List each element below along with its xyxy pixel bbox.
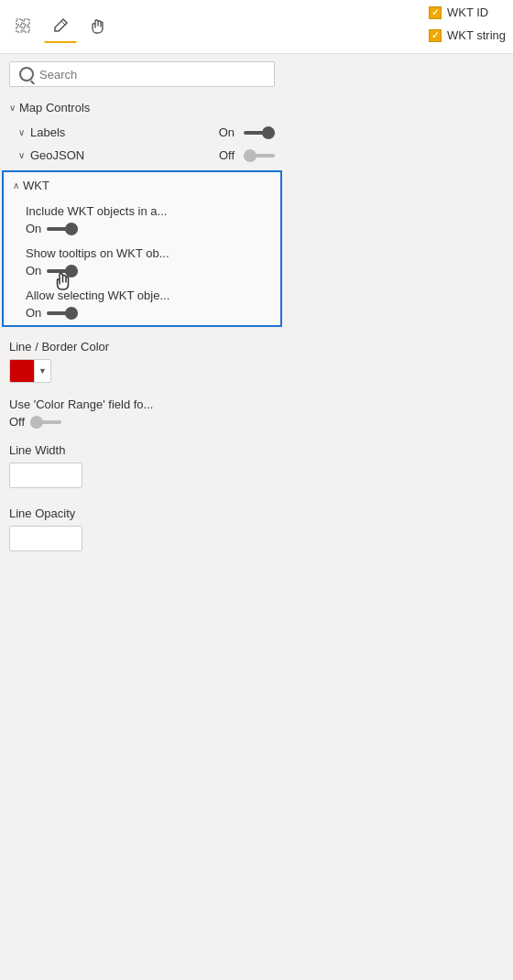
wkt-setting-1-toggle-label: On bbox=[26, 222, 41, 235]
color-range-toggle-track bbox=[30, 420, 61, 424]
geojson-row: ∨ GeoJSON Off bbox=[0, 144, 284, 167]
labels-toggle-label: On bbox=[219, 125, 235, 139]
wkt-string-checkbox-row: WKT string bbox=[429, 28, 506, 42]
brush-icon-button[interactable] bbox=[44, 10, 77, 43]
color-range-toggle[interactable] bbox=[30, 420, 61, 424]
wkt-id-label: WKT ID bbox=[447, 5, 488, 19]
left-panel: ∨ Map Controls ∨ Labels On ∨ GeoJSON Off bbox=[0, 61, 284, 561]
svg-rect-2 bbox=[16, 27, 22, 32]
geojson-section-label: GeoJSON bbox=[30, 148, 213, 162]
line-border-color-section: Line / Border Color ▼ bbox=[0, 331, 284, 392]
labels-toggle[interactable] bbox=[244, 131, 275, 135]
labels-chevron: ∨ bbox=[18, 127, 25, 137]
labels-toggle-track bbox=[244, 131, 275, 135]
line-width-spinner[interactable]: 1 ▲ ▼ bbox=[9, 463, 82, 488]
search-icon bbox=[19, 67, 34, 82]
line-opacity-input[interactable]: 70 bbox=[10, 532, 82, 546]
svg-rect-0 bbox=[16, 19, 22, 25]
line-opacity-section: Line Opacity 70 ▲ ▼ bbox=[0, 497, 284, 561]
wkt-setting-1-knob bbox=[65, 223, 78, 235]
geojson-toggle-knob bbox=[244, 149, 256, 162]
labels-row: ∨ Labels On bbox=[0, 121, 284, 144]
wkt-string-label: WKT string bbox=[447, 28, 506, 42]
wkt-setting-3-label: Allow selecting WKT obje... bbox=[26, 289, 271, 302]
wkt-setting-3-toggle-label: On bbox=[26, 306, 41, 320]
color-range-label: Use 'Color Range' field fo... bbox=[9, 397, 275, 411]
search-box bbox=[9, 61, 275, 87]
wkt-setting-1-track bbox=[47, 227, 78, 231]
map-controls-chevron-down: ∨ bbox=[9, 103, 16, 113]
wkt-setting-2-toggle-row: On bbox=[26, 264, 271, 278]
line-width-section: Line Width 1 ▲ ▼ bbox=[0, 434, 284, 497]
page-container: WKT ID WKT string ∨ Map Controls ∨ Label… bbox=[0, 0, 513, 980]
geojson-toggle-track bbox=[244, 154, 275, 158]
svg-rect-1 bbox=[24, 19, 29, 25]
right-checkboxes: WKT ID WKT string bbox=[429, 5, 506, 48]
wkt-setting-2-label: Show tooltips on WKT ob... bbox=[26, 246, 271, 260]
wkt-id-checkbox[interactable] bbox=[429, 6, 442, 19]
line-opacity-spinner[interactable]: 70 ▲ ▼ bbox=[9, 526, 82, 551]
geojson-toggle[interactable] bbox=[244, 154, 275, 158]
wkt-setting-3-track bbox=[47, 311, 78, 315]
labels-section-label: Labels bbox=[30, 125, 213, 139]
color-range-toggle-row: Off bbox=[9, 415, 275, 429]
wkt-setting-1-toggle[interactable] bbox=[47, 227, 78, 231]
line-width-label: Line Width bbox=[9, 443, 275, 457]
color-range-toggle-label: Off bbox=[9, 415, 25, 429]
hand-icon-button[interactable] bbox=[81, 10, 114, 43]
line-width-input[interactable]: 1 bbox=[10, 469, 82, 483]
color-dropdown-arrow-icon: ▼ bbox=[34, 360, 50, 382]
wkt-setting-2-knob bbox=[65, 265, 78, 278]
wkt-chevron-up: ∧ bbox=[13, 180, 19, 191]
svg-rect-3 bbox=[24, 27, 29, 32]
wkt-section-label: WKT bbox=[23, 179, 49, 192]
geojson-toggle-label: Off bbox=[219, 148, 235, 162]
labels-toggle-knob bbox=[262, 126, 275, 139]
map-controls-header[interactable]: ∨ Map Controls bbox=[0, 94, 284, 121]
wkt-setting-1: Include WKT objects in a... On bbox=[4, 199, 280, 241]
line-border-color-label: Line / Border Color bbox=[9, 340, 275, 354]
search-input[interactable] bbox=[39, 68, 265, 82]
wkt-section: ∧ WKT Include WKT objects in a... On Sho… bbox=[2, 170, 282, 327]
top-icon-bar: WKT ID WKT string bbox=[0, 0, 513, 54]
wkt-setting-3-toggle[interactable] bbox=[47, 311, 78, 315]
color-swatch-button[interactable]: ▼ bbox=[9, 359, 51, 383]
color-range-toggle-knob bbox=[30, 416, 43, 429]
wkt-setting-3-knob bbox=[65, 307, 78, 320]
wkt-setting-2: Show tooltips on WKT ob... On bbox=[4, 241, 280, 283]
wkt-setting-2-toggle-label: On bbox=[26, 264, 41, 278]
wkt-string-checkbox[interactable] bbox=[429, 29, 442, 42]
wkt-setting-3: Allow selecting WKT obje... On bbox=[4, 283, 280, 325]
wkt-section-header[interactable]: ∧ WKT bbox=[4, 172, 280, 199]
geojson-chevron: ∨ bbox=[18, 150, 25, 160]
grid-icon-button[interactable] bbox=[7, 10, 40, 43]
color-swatch-red bbox=[10, 359, 34, 383]
wkt-setting-2-toggle[interactable] bbox=[47, 269, 78, 273]
wkt-setting-1-toggle-row: On bbox=[26, 222, 271, 235]
line-opacity-label: Line Opacity bbox=[9, 506, 275, 520]
wkt-setting-2-track bbox=[47, 269, 78, 273]
wkt-id-checkbox-row: WKT ID bbox=[429, 5, 506, 19]
wkt-setting-1-label: Include WKT objects in a... bbox=[26, 204, 271, 218]
color-range-section: Use 'Color Range' field fo... Off bbox=[0, 392, 284, 434]
wkt-setting-3-toggle-row: On bbox=[26, 306, 271, 320]
map-controls-label: Map Controls bbox=[19, 101, 90, 114]
